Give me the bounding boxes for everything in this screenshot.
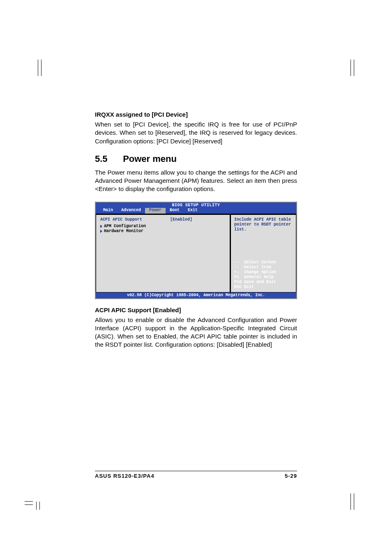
bios-submenu-label: Hardware Monitor — [104, 229, 143, 234]
bios-tab-bar: Main Advanced Power Boot Exit — [96, 208, 296, 214]
key-row: +-Change Option — [234, 270, 293, 275]
crop-mark — [343, 60, 359, 76]
page-footer: ASUS RS120-E3/PA4 5-29 — [95, 471, 297, 479]
bios-body: ACPI APIC Support [Enabled] APM Configur… — [96, 214, 296, 292]
key-desc: Select Screen — [244, 260, 276, 265]
section-heading: ACPI APIC Support [Enabled] — [95, 306, 297, 313]
section-body: When set to [PCI Device], the specific I… — [95, 120, 297, 145]
key-label: F1 — [234, 275, 244, 280]
key-desc: Exit — [244, 285, 254, 290]
section-heading: IRQXX assigned to [PCI Device] — [95, 111, 297, 118]
bios-right-pane: Include ACPI APIC table pointer to RSDT … — [231, 214, 296, 292]
bios-item-acpi: ACPI APIC Support [Enabled] — [100, 217, 226, 222]
arrows-ud-icon: ↑↓ — [234, 265, 244, 270]
triangle-right-icon — [100, 230, 102, 233]
heading-number: 5.5 — [95, 154, 120, 164]
key-row: F1General Help — [234, 275, 293, 280]
key-desc: Save and Exit — [244, 280, 276, 285]
bios-left-pane: ACPI APIC Support [Enabled] APM Configur… — [96, 214, 231, 292]
crop-mark — [25, 493, 41, 510]
bios-tab-advanced: Advanced — [117, 208, 145, 214]
key-row: ↑↓Select Item — [234, 265, 293, 270]
bios-tab-power: Power — [145, 208, 166, 214]
bios-tab-exit: Exit — [184, 208, 202, 214]
triangle-right-icon — [100, 225, 102, 228]
bios-copyright: v02.58 (C)Copyright 1985-2004, American … — [96, 292, 296, 298]
bios-submenu-label: APM Configuration — [104, 224, 146, 229]
bios-item-label: ACPI APIC Support — [100, 217, 170, 222]
key-desc: Select Item — [244, 265, 271, 270]
bios-tab-main: Main — [99, 208, 117, 214]
crop-mark — [33, 60, 49, 76]
key-row: ESCExit — [234, 285, 293, 290]
crop-mark — [343, 493, 359, 510]
key-label: F10 — [234, 280, 244, 285]
bios-screenshot: BIOS SETUP UTILITY Main Advanced Power B… — [95, 202, 297, 299]
bios-submenu-hardware: Hardware Monitor — [100, 229, 226, 234]
key-desc: Change Option — [244, 270, 276, 275]
heading-title: Power menu — [123, 154, 177, 164]
key-label: ESC — [234, 285, 244, 290]
page-content: IRQXX assigned to [PCI Device] When set … — [95, 111, 297, 357]
key-row: F10Save and Exit — [234, 280, 293, 285]
section-body: Allows you to enable or disable the Adva… — [95, 316, 297, 349]
heading-level-2: 5.5 Power menu — [95, 154, 297, 164]
bios-item-value: [Enabled] — [170, 217, 192, 222]
key-row: ←→Select Screen — [234, 260, 293, 265]
bios-submenu-apm: APM Configuration — [100, 224, 226, 229]
bios-title: BIOS SETUP UTILITY — [96, 203, 296, 208]
arrows-lr-icon: ←→ — [234, 260, 244, 265]
key-label: +- — [234, 270, 244, 275]
bios-help-text: Include ACPI APIC table pointer to RSDT … — [231, 215, 296, 258]
footer-page-number: 5-29 — [285, 473, 297, 479]
bios-key-legend: ←→Select Screen ↑↓Select Item +-Change O… — [231, 258, 296, 292]
footer-product: ASUS RS120-E3/PA4 — [95, 473, 154, 479]
bios-tab-boot: Boot — [166, 208, 184, 214]
key-desc: General Help — [244, 275, 274, 280]
power-intro-text: The Power menu items allow you to change… — [95, 168, 297, 193]
